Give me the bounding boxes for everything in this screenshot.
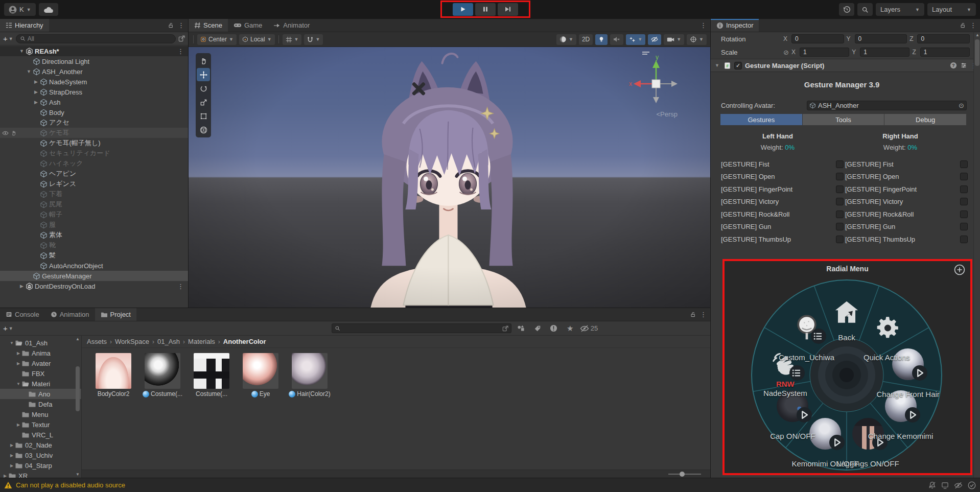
breadcrumb-item[interactable]: Assets bbox=[87, 338, 107, 345]
cloud-services-button[interactable] bbox=[39, 3, 58, 16]
hierarchy-row[interactable]: 靴 bbox=[0, 240, 188, 250]
pickability-icon[interactable] bbox=[10, 130, 17, 136]
open-new-window-icon[interactable] bbox=[178, 35, 185, 42]
radial-item-label[interactable]: Kemomimi ON/OFF bbox=[779, 459, 871, 468]
step-button[interactable] bbox=[498, 3, 518, 16]
hierarchy-row[interactable]: ▶DontDestroyOnLoad⋮ bbox=[0, 281, 188, 291]
hierarchy-row[interactable]: セキュリティカード bbox=[0, 148, 188, 158]
gesture-checkbox[interactable] bbox=[960, 185, 968, 193]
hierarchy-row[interactable]: ▼ASH_Another bbox=[0, 66, 188, 77]
rotation-y-field[interactable]: 0 bbox=[855, 34, 907, 43]
view-hand-tool[interactable] bbox=[197, 54, 210, 67]
asset-item[interactable]: Costume(... bbox=[191, 353, 232, 397]
play-badge-icon[interactable] bbox=[797, 407, 812, 423]
scale-x-field[interactable]: 1 bbox=[800, 48, 849, 57]
hierarchy-row[interactable]: 髪 bbox=[0, 250, 188, 261]
scale-y-field[interactable]: 1 bbox=[860, 48, 909, 57]
tree-row[interactable]: ▶Avater bbox=[0, 358, 81, 368]
increment-snap-dropdown[interactable]: ▼ bbox=[304, 34, 323, 45]
effects-dropdown[interactable]: ▼ bbox=[626, 34, 645, 45]
tree-row[interactable]: ▶02_Nade bbox=[0, 440, 81, 450]
hierarchy-row[interactable]: ▶Ash bbox=[0, 97, 188, 107]
scene-viewport[interactable]: y x <Persp bbox=[189, 47, 710, 308]
hierarchy-row[interactable]: ケモ耳 bbox=[0, 128, 188, 138]
hierarchy-row[interactable]: ハイネック bbox=[0, 158, 188, 169]
home-icon[interactable] bbox=[832, 298, 861, 327]
component-enabled-checkbox[interactable]: ✓ bbox=[734, 62, 742, 69]
foldout-arrow[interactable]: ▼ bbox=[18, 49, 25, 54]
tool-handle-pivot-dropdown[interactable]: Center▼ bbox=[197, 34, 237, 45]
asset-item[interactable]: BodyColor2 bbox=[93, 353, 134, 397]
breadcrumb-item[interactable]: Materials bbox=[188, 338, 215, 345]
undo-history-button[interactable] bbox=[839, 3, 854, 16]
favorites-star-icon[interactable]: ★ bbox=[564, 323, 577, 334]
hierarchy-row[interactable]: AutoAnchorObject bbox=[0, 261, 188, 271]
panel-menu-icon[interactable]: ⋮ bbox=[970, 21, 976, 29]
search-by-label-button[interactable] bbox=[531, 323, 544, 334]
move-tool[interactable] bbox=[197, 68, 210, 81]
tree-scrollbar[interactable]: ▲ ▼ bbox=[75, 337, 81, 477]
tab-hierarchy[interactable]: Hierarchy bbox=[0, 19, 49, 32]
camera-settings-dropdown[interactable]: ▼ bbox=[664, 34, 684, 45]
radial-item-label[interactable]: NadeSystem bbox=[739, 389, 831, 397]
gesture-checkbox[interactable] bbox=[836, 173, 844, 180]
radial-item-label[interactable]: Back bbox=[801, 333, 893, 342]
tree-row[interactable]: ▶Textur bbox=[0, 419, 81, 430]
presets-icon[interactable] bbox=[960, 62, 967, 69]
hierarchy-search[interactable] bbox=[16, 34, 176, 43]
hierarchy-row[interactable]: 服 bbox=[0, 220, 188, 230]
project-search-input[interactable] bbox=[342, 325, 500, 332]
inspector-scrollbar[interactable]: ▲ bbox=[973, 32, 980, 478]
gesture-checkbox[interactable] bbox=[836, 160, 844, 168]
breadcrumb-item[interactable]: WorkSpace bbox=[115, 338, 149, 345]
tree-row[interactable]: ▶03_Uchiv bbox=[0, 450, 81, 460]
lock-icon[interactable] bbox=[690, 311, 696, 318]
tree-row[interactable]: ▶04_Starp bbox=[0, 460, 81, 471]
gesture-checkbox[interactable] bbox=[836, 223, 844, 230]
hierarchy-row[interactable]: ▶StrapDress bbox=[0, 87, 188, 97]
scene-lighting-toggle[interactable] bbox=[595, 34, 608, 45]
radial-item-label[interactable]: Quick Actions bbox=[841, 353, 932, 362]
hierarchy-row[interactable]: 下着 bbox=[0, 189, 188, 199]
radial-item-label[interactable]: Change Front Hair bbox=[862, 390, 954, 399]
hierarchy-row[interactable]: 尻尾 bbox=[0, 199, 188, 209]
global-search-button[interactable] bbox=[857, 3, 873, 16]
slider-knob[interactable] bbox=[680, 472, 685, 477]
gesture-checkbox[interactable] bbox=[960, 198, 968, 205]
rotate-tool[interactable] bbox=[197, 82, 210, 95]
console-status-message[interactable]: Can not play a disabled audio source bbox=[16, 481, 125, 489]
foldout-arrow[interactable]: ▶ bbox=[15, 423, 21, 427]
lock-icon[interactable] bbox=[960, 22, 966, 29]
foldout-arrow[interactable]: ▶ bbox=[9, 463, 15, 468]
collab-icon[interactable] bbox=[941, 481, 949, 489]
hierarchy-row[interactable]: Directional Light bbox=[0, 56, 188, 66]
orientation-gizmo[interactable]: y x bbox=[627, 55, 681, 108]
audio-mute-toggle[interactable] bbox=[610, 34, 623, 45]
play-badge-icon[interactable] bbox=[905, 407, 920, 423]
hierarchy-row[interactable]: 素体 bbox=[0, 230, 188, 240]
thumbnail-size-slider[interactable] bbox=[668, 474, 701, 475]
gm-tab-tools[interactable]: Tools bbox=[803, 114, 884, 125]
foldout-arrow[interactable]: ▶ bbox=[33, 89, 39, 95]
radial-item-label[interactable]: Change Kemomimi bbox=[855, 432, 947, 440]
tree-row[interactable]: ▶XR bbox=[0, 471, 81, 478]
gesture-checkbox[interactable] bbox=[836, 236, 844, 243]
asset-item[interactable]: Costume(... bbox=[142, 353, 183, 397]
grid-snap-dropdown[interactable]: ▼ bbox=[283, 34, 302, 45]
rect-tool[interactable] bbox=[197, 109, 210, 123]
tree-row[interactable]: ▶Anima bbox=[0, 348, 81, 358]
notifications-mute-icon[interactable] bbox=[928, 481, 936, 489]
gesture-checkbox[interactable] bbox=[836, 185, 844, 193]
progress-check-icon[interactable] bbox=[968, 481, 976, 489]
breadcrumb-item[interactable]: AnotherColor bbox=[223, 338, 266, 345]
search-by-type-button[interactable] bbox=[515, 323, 528, 334]
add-asset-button[interactable]: +▼ bbox=[3, 324, 13, 333]
transform-tool[interactable] bbox=[197, 123, 210, 136]
play-badge-icon[interactable] bbox=[912, 365, 927, 381]
tree-row[interactable]: VRC_L bbox=[0, 430, 81, 440]
add-gameobject-button[interactable]: +▼ bbox=[3, 34, 13, 43]
project-search[interactable] bbox=[332, 323, 511, 333]
gm-tab-debug[interactable]: Debug bbox=[884, 114, 966, 125]
row-menu-icon[interactable]: ⋮ bbox=[177, 48, 188, 55]
asset-item[interactable]: Hair(Color2) bbox=[289, 353, 330, 397]
